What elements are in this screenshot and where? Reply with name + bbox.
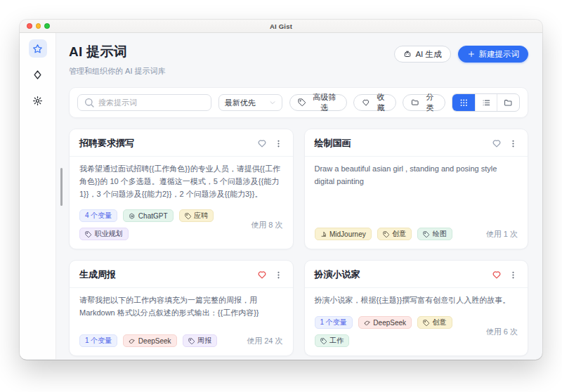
category-filter-button[interactable]: 分类 bbox=[403, 94, 445, 111]
tag-pill[interactable]: 创意 bbox=[417, 316, 452, 329]
page-header: AI 提示词 管理和组织你的 AI 提示词库 AI 生成 新建提示词 bbox=[69, 43, 528, 77]
grid-icon bbox=[459, 98, 469, 107]
deepseek-logo-icon bbox=[364, 320, 371, 327]
tag-row: 4 个变量ChatGPT应聘职业规划 bbox=[79, 209, 245, 240]
tag-pill[interactable]: MidJourney bbox=[315, 228, 372, 240]
advanced-filter-label: 高级筛选 bbox=[310, 92, 339, 113]
prompt-card[interactable]: 绘制国画 Draw a beautiful asian girl , stand… bbox=[304, 129, 529, 249]
usage-count: 使用 8 次 bbox=[251, 220, 282, 230]
tag-label: 1 个变量 bbox=[85, 336, 112, 346]
kebab-icon bbox=[274, 270, 283, 280]
tag-icon bbox=[320, 338, 327, 345]
more-options-button[interactable] bbox=[509, 270, 518, 280]
tag-pill[interactable]: 1 个变量 bbox=[315, 316, 353, 329]
close-window-button[interactable] bbox=[27, 23, 32, 29]
heart-icon bbox=[492, 138, 502, 148]
heart-icon bbox=[257, 138, 267, 148]
heart-icon bbox=[257, 270, 267, 280]
kebab-icon bbox=[509, 270, 518, 280]
tag-label: MidJourney bbox=[329, 230, 366, 238]
tag-icon bbox=[185, 213, 192, 220]
scrollbar-thumb[interactable] bbox=[60, 168, 63, 206]
tag-pill[interactable]: DeepSeek bbox=[123, 334, 176, 347]
tag-pill[interactable]: 工作 bbox=[315, 334, 350, 347]
new-prompt-button[interactable]: 新建提示词 bbox=[458, 46, 529, 63]
view-folder-button[interactable] bbox=[497, 94, 519, 111]
favorite-button[interactable] bbox=[492, 138, 502, 148]
card-title: 绘制国画 bbox=[315, 137, 351, 150]
more-options-button[interactable] bbox=[274, 139, 283, 148]
category-filter-label: 分类 bbox=[423, 92, 437, 113]
sidebar-item-variables[interactable] bbox=[29, 65, 47, 84]
tag-label: DeepSeek bbox=[373, 319, 406, 327]
sort-select[interactable]: 最新优先 bbox=[218, 94, 283, 111]
tag-label: ChatGPT bbox=[138, 212, 168, 220]
sidebar-item-prompts[interactable] bbox=[29, 39, 47, 58]
window-title: AI Gist bbox=[270, 22, 292, 30]
tag-icon bbox=[423, 320, 430, 327]
more-options-button[interactable] bbox=[274, 270, 283, 280]
ai-generate-button[interactable]: AI 生成 bbox=[394, 46, 450, 63]
card-prompt-text: Draw a beautiful asian girl , standing a… bbox=[305, 157, 528, 191]
tag-icon bbox=[423, 231, 430, 238]
favorites-filter-label: 收藏 bbox=[374, 92, 388, 113]
prompt-card[interactable]: 招聘要求撰写 我希望通过面试招聘{{工作角色}}的专业人员，请提供{{工作角色}… bbox=[69, 129, 294, 249]
tag-pill[interactable]: 创意 bbox=[377, 228, 412, 240]
prompt-card-grid: 招聘要求撰写 我希望通过面试招聘{{工作角色}}的专业人员，请提供{{工作角色}… bbox=[69, 129, 528, 356]
card-prompt-text: 请帮我把以下的工作内容填充为一篇完整的周报，用 Markdown 格式以分点叙述… bbox=[70, 288, 293, 322]
usage-count: 使用 1 次 bbox=[486, 229, 518, 240]
tag-icon bbox=[188, 338, 195, 345]
tag-pill[interactable]: 周报 bbox=[183, 334, 218, 347]
kebab-icon bbox=[274, 139, 283, 148]
toolbar: 最新优先 高级筛选 收藏 bbox=[69, 87, 528, 118]
tag-label: 职业规划 bbox=[95, 229, 123, 239]
view-toggle bbox=[452, 93, 520, 112]
search-box[interactable] bbox=[77, 94, 211, 111]
app-window: AI Gist AI 提示词 管理和组织你的 AI bbox=[20, 20, 542, 360]
tag-label: 4 个变量 bbox=[85, 211, 112, 221]
main-content: AI 提示词 管理和组织你的 AI 提示词库 AI 生成 新建提示词 bbox=[56, 33, 542, 359]
tag-row: 1 个变量DeepSeek周报 bbox=[79, 334, 217, 347]
midjourney-logo-icon bbox=[320, 231, 327, 238]
bot-icon bbox=[403, 50, 412, 58]
tag-label: 工作 bbox=[329, 336, 344, 346]
tag-pill[interactable]: ChatGPT bbox=[123, 209, 173, 222]
view-grid-button[interactable] bbox=[452, 94, 475, 111]
tag-pill[interactable]: 职业规划 bbox=[79, 228, 129, 240]
favorite-button[interactable] bbox=[492, 270, 502, 280]
minimize-window-button[interactable] bbox=[36, 23, 41, 29]
card-title: 招聘要求撰写 bbox=[79, 137, 134, 150]
sidebar-item-settings[interactable] bbox=[29, 91, 47, 110]
advanced-filter-button[interactable]: 高级筛选 bbox=[289, 94, 347, 111]
tag-pill[interactable]: DeepSeek bbox=[358, 316, 412, 329]
card-prompt-text: 我希望通过面试招聘{{工作角色}}的专业人员，请提供{{工作角色}}的 10 个… bbox=[70, 157, 293, 203]
favorite-button[interactable] bbox=[257, 270, 267, 280]
tag-label: 1 个变量 bbox=[320, 318, 347, 327]
favorites-filter-button[interactable]: 收藏 bbox=[353, 94, 396, 111]
titlebar[interactable]: AI Gist bbox=[20, 20, 542, 33]
sidebar bbox=[20, 33, 56, 359]
folder-icon bbox=[411, 98, 419, 107]
chatgpt-logo-icon bbox=[129, 213, 136, 220]
view-list-button[interactable] bbox=[475, 94, 497, 111]
star-icon bbox=[32, 44, 43, 54]
tag-pill[interactable]: 应聘 bbox=[179, 209, 214, 222]
sort-selected-value: 最新优先 bbox=[225, 98, 256, 108]
prompt-card[interactable]: 扮演小说家 扮演小说家，根据{{主题}}撰写富有创意引人入胜的故事。 1 个变量… bbox=[304, 260, 529, 356]
tag-pill[interactable]: 绘图 bbox=[417, 228, 452, 240]
more-options-button[interactable] bbox=[509, 139, 518, 148]
prompt-card[interactable]: 生成周报 请帮我把以下的工作内容填充为一篇完整的周报，用 Markdown 格式… bbox=[69, 260, 294, 356]
usage-count: 使用 6 次 bbox=[486, 327, 518, 337]
tag-label: 应聘 bbox=[194, 211, 208, 221]
plus-icon bbox=[467, 50, 476, 58]
favorite-button[interactable] bbox=[257, 138, 267, 148]
tag-pill[interactable]: 4 个变量 bbox=[79, 209, 117, 222]
new-prompt-label: 新建提示词 bbox=[479, 49, 520, 60]
zoom-window-button[interactable] bbox=[44, 23, 50, 29]
tag-label: 绘图 bbox=[433, 229, 447, 239]
card-prompt-text: 扮演小说家，根据{{主题}}撰写富有创意引人入胜的故事。 bbox=[305, 288, 528, 310]
folder-icon bbox=[504, 98, 513, 107]
tag-pill[interactable]: 1 个变量 bbox=[79, 334, 117, 347]
search-input[interactable] bbox=[98, 98, 205, 107]
deepseek-logo-icon bbox=[129, 338, 136, 345]
